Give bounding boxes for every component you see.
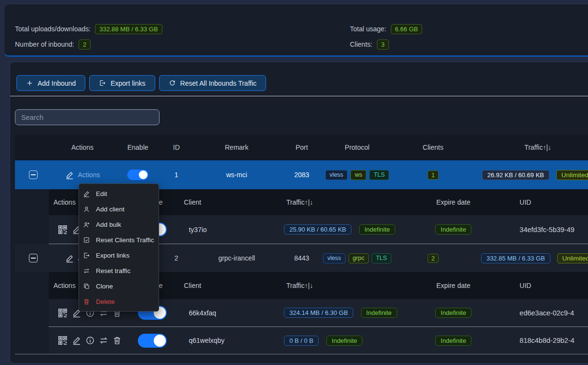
delete-client-icon[interactable] xyxy=(112,336,122,345)
client-expire-badge: Indefinite xyxy=(435,224,471,235)
client-name: 66k4xfaq xyxy=(172,309,280,317)
clients-count-badge: 3 xyxy=(377,39,389,50)
add-inbound-button[interactable]: Add Inbound xyxy=(16,75,85,91)
client-enable-toggle[interactable] xyxy=(138,334,167,348)
clients-count-tag: 1 xyxy=(428,170,439,180)
traffic-limit-badge: Unlimited xyxy=(557,253,588,263)
menu-item-reset-traffic[interactable]: Reset traffic xyxy=(79,263,159,278)
sub-header-expire: Expire date xyxy=(421,198,486,206)
traffic-badge: 332.85 MB / 6.33 GB xyxy=(481,253,550,263)
enable-toggle[interactable] xyxy=(127,169,148,180)
menu-item-label: Edit xyxy=(96,190,107,197)
protocol-tag: TLS xyxy=(372,253,391,263)
header-port: Port xyxy=(282,143,321,151)
header-clients: Clients xyxy=(393,143,473,151)
menu-item-add-client[interactable]: Add client xyxy=(79,201,159,217)
menu-item-export-links[interactable]: Export links xyxy=(79,248,159,263)
protocol-tag: vless xyxy=(325,170,347,180)
clone-icon xyxy=(83,283,90,290)
user-add-icon xyxy=(83,221,90,228)
edit-icon xyxy=(65,170,74,180)
header-id: ID xyxy=(162,143,191,151)
stat-uploads-downloads: Total uploads/downloads: 332.88 MB / 6.3… xyxy=(15,24,162,34)
header-remark: Remark xyxy=(191,143,282,151)
inbound-remark: grpc-irancell xyxy=(191,254,282,262)
qrcode-icon[interactable] xyxy=(57,224,68,235)
sub-header-uid: UID xyxy=(486,282,588,289)
inbound-remark: ws-mci xyxy=(191,171,282,179)
reload-icon xyxy=(169,79,176,87)
menu-item-edit[interactable]: Edit xyxy=(79,186,159,201)
document-reset-icon xyxy=(83,236,90,244)
row-actions-dropdown-trigger[interactable]: Actions xyxy=(65,170,100,180)
client-row-q61welxqby: q61welxqby 0 B / 0 B Indefinite Indefini… xyxy=(49,327,588,354)
info-icon[interactable] xyxy=(85,336,95,345)
client-traffic-badge: 0 B / 0 B xyxy=(284,336,319,346)
qrcode-icon[interactable] xyxy=(57,308,68,318)
row-actions-label: Actions xyxy=(78,171,100,179)
sub-header-traffic-sort[interactable]: Traffic↑|↓ xyxy=(279,198,421,206)
header-traffic-sort[interactable]: Traffic↑|↓ xyxy=(473,143,588,151)
traffic-badge: 26.92 KB / 60.69 KB xyxy=(482,170,549,180)
plus-icon xyxy=(26,79,33,87)
inbound-id: 1 xyxy=(162,171,191,179)
trash-icon xyxy=(83,298,90,305)
clients-count-tag: 2 xyxy=(428,254,439,263)
client-uid: 818c4b8d-29b2-4 xyxy=(486,337,588,344)
sub-header-uid: UID xyxy=(486,198,588,206)
sub-header-traffic-sort[interactable]: Traffic↑|↓ xyxy=(279,282,421,289)
reset-all-traffic-label: Reset All Inbounds Traffic xyxy=(180,79,257,87)
reset-all-traffic-button[interactable]: Reset All Inbounds Traffic xyxy=(159,75,267,91)
table-bottom-divider xyxy=(15,354,588,354)
stat-clients-count: Clients: 3 xyxy=(350,39,389,50)
client-total-badge: Indefinite xyxy=(326,336,362,346)
toolbar-divider xyxy=(10,96,588,96)
reset-traffic-icon[interactable] xyxy=(99,336,108,345)
client-traffic-badge: 324.14 MB / 6.30 GB xyxy=(284,308,353,318)
add-inbound-label: Add Inbound xyxy=(38,79,76,87)
sub-header-expire: Expire date xyxy=(421,282,486,289)
inbound-port: 2083 xyxy=(282,171,321,179)
menu-item-label: Reset traffic xyxy=(96,267,131,274)
sub-header-client: Client xyxy=(172,198,279,206)
uploads-value-badge: 332.88 MB / 6.33 GB xyxy=(95,24,162,34)
client-total-badge: Indefinite xyxy=(359,224,395,235)
menu-item-label: Add client xyxy=(96,206,124,213)
client-expire-badge: Indefinite xyxy=(435,336,471,346)
client-total-badge: Indefinite xyxy=(361,308,397,318)
export-icon xyxy=(99,79,106,87)
export-icon xyxy=(83,252,90,259)
table-header-row: Actions Enable ID Remark Port Protocol C… xyxy=(15,134,588,160)
collapse-row-button[interactable] xyxy=(29,170,38,179)
menu-item-clone[interactable]: Clone xyxy=(79,278,159,294)
menu-item-label: Clone xyxy=(96,283,113,290)
export-links-button[interactable]: Export links xyxy=(89,75,155,91)
edit-client-icon[interactable] xyxy=(72,336,81,345)
stats-panel: Total uploads/downloads: 332.88 MB / 6.3… xyxy=(4,4,588,57)
toolbar: Add Inbound Export links Reset All Inbou… xyxy=(16,75,266,91)
sub-header-client: Client xyxy=(172,282,279,289)
menu-item-reset-clients-traffic[interactable]: Reset Clients Traffic xyxy=(79,232,159,248)
client-name: q61welxqby xyxy=(172,337,280,344)
protocol-tag: vless xyxy=(323,253,345,263)
search-input[interactable] xyxy=(15,109,160,125)
menu-item-label: Delete xyxy=(96,298,115,305)
collapse-row-button[interactable] xyxy=(29,254,38,262)
inbound-count-badge: 2 xyxy=(79,39,91,50)
inbound-port: 8443 xyxy=(282,254,321,262)
menu-item-delete[interactable]: Delete xyxy=(79,294,159,309)
client-name: ty37io xyxy=(172,226,280,234)
client-traffic-badge: 25.90 KB / 60.65 KB xyxy=(284,224,351,235)
stat-inbound-count: Number of inbound: 2 xyxy=(15,39,91,50)
user-icon xyxy=(83,206,90,213)
protocol-tag: TLS xyxy=(369,170,389,180)
traffic-limit-badge: Unlimited xyxy=(556,170,588,180)
menu-item-add-bulk[interactable]: Add bulk xyxy=(79,217,159,232)
client-uid: 34efd3fc-5b39-49 xyxy=(486,226,588,234)
usage-label: Total usage: xyxy=(350,25,387,33)
qrcode-icon[interactable] xyxy=(57,335,68,346)
uploads-label: Total uploads/downloads: xyxy=(15,25,91,33)
menu-item-label: Export links xyxy=(96,252,130,259)
usage-value-badge: 6.66 GB xyxy=(391,24,423,34)
client-expire-badge: Indefinite xyxy=(435,308,471,318)
